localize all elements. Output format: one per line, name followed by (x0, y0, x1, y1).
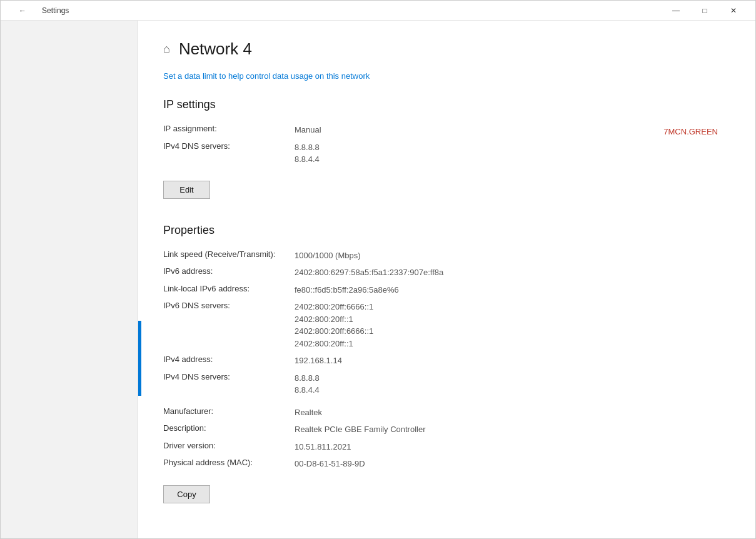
data-limit-link[interactable]: Set a data limit to help control data us… (163, 71, 730, 81)
ipv6-address-row: IPv6 address: 2402:800:6297:58a5:f5a1:23… (163, 266, 730, 279)
driver-version-row: Driver version: 10.51.811.2021 (163, 441, 730, 453)
watermark: 7MCN.GREEN (663, 127, 718, 136)
link-local-ipv6-value: fe80::f6d5:b5ff:2a96:5a8e%6 (295, 284, 399, 296)
ipv4-dns-label: IPv4 DNS servers: (163, 141, 295, 166)
manufacturer-label: Manufacturer: (163, 406, 295, 419)
ipv4-dns-value-1: 8.8.8.8 (295, 141, 320, 154)
link-speed-label: Link speed (Receive/Transmit): (163, 249, 295, 262)
titlebar-controls: — □ ✕ (662, 1, 748, 21)
edit-button[interactable]: Edit (163, 181, 210, 199)
content-area: ⌂ Network 4 Set a data limit to help con… (1, 21, 755, 538)
minimize-button[interactable]: — (662, 1, 690, 21)
main-content: ⌂ Network 4 Set a data limit to help con… (138, 21, 755, 538)
properties-section: Properties Link speed (Receive/Transmit)… (163, 224, 730, 503)
ipv6-dns-value: 2402:800:20ff:6666::1 2402:800:20ff::1 2… (295, 301, 373, 350)
titlebar: ← Settings — □ ✕ (1, 1, 755, 21)
titlebar-title: Settings (42, 6, 69, 15)
copy-button[interactable]: Copy (163, 485, 210, 503)
sidebar (1, 21, 138, 538)
ipv6-dns-value-1: 2402:800:20ff:6666::1 (295, 301, 373, 313)
link-speed-value: 1000/1000 (Mbps) (295, 249, 361, 262)
ipv4-address-label: IPv4 address: (163, 355, 295, 367)
ipv6-address-label: IPv6 address: (163, 266, 295, 279)
ipv6-address-value: 2402:800:6297:58a5:f5a1:2337:907e:ff8a (295, 266, 443, 279)
physical-address-value: 00-D8-61-51-89-9D (295, 458, 365, 470)
prop-ipv4-dns-value: 8.8.8.8 8.8.4.4 (295, 372, 320, 396)
link-local-ipv6-row: Link-local IPv6 address: fe80::f6d5:b5ff… (163, 284, 730, 296)
prop-ipv4-dns-label: IPv4 DNS servers: (163, 372, 295, 396)
maximize-button[interactable]: □ (690, 1, 719, 21)
physical-address-row: Physical address (MAC): 00-D8-61-51-89-9… (163, 458, 730, 470)
ipv4-address-value: 192.168.1.14 (295, 355, 342, 367)
ipv4-dns-row: IPv4 DNS servers: 8.8.8.8 8.8.4.4 (163, 141, 730, 166)
ip-settings-title: IP settings (163, 98, 730, 111)
description-row: Description: Realtek PCIe GBE Family Con… (163, 423, 730, 436)
ipv6-dns-row: IPv6 DNS servers: 2402:800:20ff:6666::1 … (163, 301, 730, 350)
titlebar-left: ← Settings (8, 1, 69, 21)
ipv6-dns-value-4: 2402:800:20ff::1 (295, 338, 373, 350)
driver-version-value: 10.51.811.2021 (295, 441, 351, 453)
physical-address-label: Physical address (MAC): (163, 458, 295, 470)
prop-ipv4-dns-value-1: 8.8.8.8 (295, 372, 320, 385)
close-button[interactable]: ✕ (719, 1, 748, 21)
manufacturer-row: Manufacturer: Realtek (163, 406, 730, 419)
settings-window: ← Settings — □ ✕ ⌂ Network 4 Set a data … (0, 0, 756, 539)
page-title: Network 4 (179, 39, 252, 59)
ip-assignment-value: Manual (295, 124, 321, 136)
driver-version-label: Driver version: (163, 441, 295, 453)
home-icon: ⌂ (163, 43, 170, 56)
left-accent-bar (138, 321, 141, 396)
ip-assignment-label: IP assignment: (163, 124, 295, 136)
description-label: Description: (163, 423, 295, 436)
page-header: ⌂ Network 4 (163, 39, 730, 59)
ipv4-address-row: IPv4 address: 192.168.1.14 (163, 355, 730, 367)
link-speed-row: Link speed (Receive/Transmit): 1000/1000… (163, 249, 730, 262)
ipv4-dns-value: 8.8.8.8 8.8.4.4 (295, 141, 320, 166)
properties-title: Properties (163, 224, 730, 237)
ipv4-dns-value-2: 8.8.4.4 (295, 153, 320, 166)
ipv6-dns-value-2: 2402:800:20ff::1 (295, 313, 373, 326)
prop-ipv4-dns-row: IPv4 DNS servers: 8.8.8.8 8.8.4.4 (163, 372, 730, 396)
link-local-ipv6-label: Link-local IPv6 address: (163, 284, 295, 296)
ip-settings-section: IP settings IP assignment: Manual IPv4 D… (163, 98, 730, 199)
manufacturer-value: Realtek (295, 406, 322, 419)
ip-assignment-row: IP assignment: Manual (163, 124, 730, 136)
back-button[interactable]: ← (8, 1, 37, 21)
description-value: Realtek PCIe GBE Family Controller (295, 423, 426, 436)
prop-ipv4-dns-value-2: 8.8.4.4 (295, 384, 320, 396)
ipv6-dns-label: IPv6 DNS servers: (163, 301, 295, 350)
ipv6-dns-value-3: 2402:800:20ff:6666::1 (295, 325, 373, 338)
